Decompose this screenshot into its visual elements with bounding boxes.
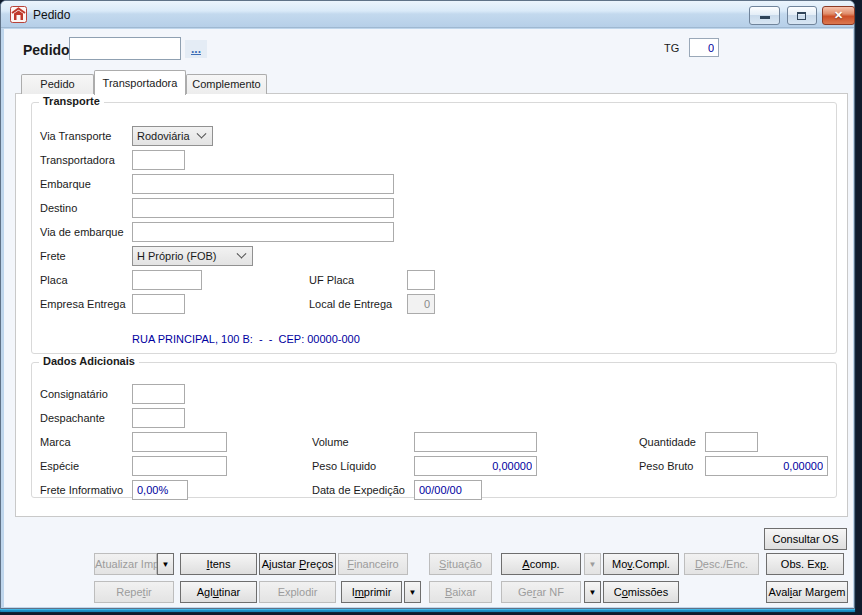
chevron-down-icon	[237, 248, 247, 258]
gerar-nf-button: Gerar NF	[501, 581, 581, 603]
uf-placa-input[interactable]	[407, 270, 435, 290]
especie-input[interactable]	[132, 456, 227, 476]
arrow-down-icon	[409, 586, 417, 598]
delivery-address-text: RUA PRINCIPAL, 100 B: - - CEP: 00000-000	[132, 333, 360, 345]
quantidade-label: Quantidade	[639, 435, 696, 449]
atualizar-imp-dropdown-button[interactable]	[157, 553, 174, 575]
transportadora-input[interactable]	[132, 150, 185, 170]
local-entrega-input	[407, 294, 435, 314]
app-icon	[10, 6, 27, 23]
window-title: Pedido	[33, 8, 70, 22]
titlebar: Pedido	[1, 1, 854, 28]
data-expedicao-label: Data de Expedição	[312, 483, 405, 497]
frete-informativo-input[interactable]	[132, 480, 188, 500]
arrow-down-icon	[589, 586, 597, 598]
despachante-input[interactable]	[132, 408, 185, 428]
arrow-down-icon	[589, 558, 597, 570]
minimize-button[interactable]	[749, 6, 780, 25]
imprimir-button[interactable]: Imprimir	[341, 581, 402, 603]
volume-input[interactable]	[414, 432, 537, 452]
placa-input[interactable]	[132, 270, 202, 290]
pedido-window: Pedido Pedido ... TG Pedido Transportado…	[0, 0, 855, 609]
via-embarque-input[interactable]	[132, 222, 394, 242]
marca-input[interactable]	[132, 432, 227, 452]
marca-label: Marca	[40, 435, 71, 449]
peso-liquido-input[interactable]	[414, 456, 537, 476]
chevron-down-icon	[197, 128, 207, 138]
frete-select[interactable]: H Próprio (FOB)	[132, 246, 253, 266]
acomp-dropdown-button	[584, 553, 601, 575]
embarque-input[interactable]	[132, 174, 394, 194]
maximize-icon	[797, 12, 806, 20]
transporte-legend: Transporte	[39, 95, 104, 107]
tab-complemento[interactable]: Complemento	[186, 74, 267, 94]
pedido-lookup-button[interactable]: ...	[185, 40, 207, 58]
close-button[interactable]	[822, 6, 855, 25]
desc-enc-button: Desc./Enc.	[684, 553, 759, 575]
ajustar-precos-button[interactable]: Ajustar Preços	[259, 553, 336, 575]
consignatario-input[interactable]	[132, 384, 185, 404]
minimize-icon	[760, 16, 770, 19]
via-embarque-label: Via de embarque	[40, 225, 124, 239]
local-entrega-label: Local de Entrega	[309, 297, 392, 311]
peso-bruto-input[interactable]	[705, 456, 828, 476]
acomp-button[interactable]: Acomp.	[501, 553, 581, 575]
situacao-button: Situação	[429, 553, 492, 575]
pedido-field-label: Pedido	[23, 42, 70, 58]
repetir-button: Repetir	[94, 581, 174, 603]
financeiro-button: Financeiro	[338, 553, 408, 575]
frete-informativo-label: Frete Informativo	[40, 483, 123, 497]
data-expedicao-input[interactable]	[414, 480, 482, 500]
aglutinar-button[interactable]: Aglutinar	[180, 581, 257, 603]
frete-label: Frete	[40, 249, 66, 263]
avaliar-margem-button[interactable]: Avaliar Margem	[766, 581, 848, 603]
tab-transportadora[interactable]: Transportadora	[94, 70, 186, 95]
itens-button[interactable]: Itens	[180, 553, 257, 575]
tg-label: TG	[664, 42, 679, 54]
dados-adicionais-legend: Dados Adicionais	[39, 355, 139, 367]
gerar-nf-dropdown-button[interactable]	[584, 581, 601, 603]
arrow-down-icon	[162, 558, 170, 570]
maximize-button[interactable]	[787, 6, 817, 25]
empresa-entrega-input[interactable]	[132, 294, 185, 314]
transportadora-label: Transportadora	[40, 153, 115, 167]
peso-bruto-label: Peso Bruto	[639, 459, 693, 473]
destino-input[interactable]	[132, 198, 394, 218]
despachante-label: Despachante	[40, 411, 105, 425]
consignatario-label: Consignatário	[40, 387, 108, 401]
consultar-os-button[interactable]: Consultar OS	[764, 528, 847, 550]
peso-liquido-label: Peso Líquido	[312, 459, 376, 473]
quantidade-input[interactable]	[705, 432, 758, 452]
imprimir-dropdown-button[interactable]	[404, 581, 421, 603]
explodir-button: Explodir	[259, 581, 336, 603]
especie-label: Espécie	[40, 459, 79, 473]
pedido-number-input[interactable]	[69, 37, 181, 60]
transportadora-tab-panel: Transporte Via Transporte Rodoviária Tra…	[15, 93, 848, 517]
transporte-groupbox: Transporte Via Transporte Rodoviária Tra…	[31, 102, 837, 354]
destino-label: Destino	[40, 201, 77, 215]
uf-placa-label: UF Placa	[309, 273, 354, 287]
empresa-entrega-label: Empresa Entrega	[40, 297, 126, 311]
via-transporte-select[interactable]: Rodoviária	[132, 126, 213, 146]
tab-pedido[interactable]: Pedido	[21, 74, 94, 94]
tg-input[interactable]	[689, 38, 719, 57]
mov-compl-button[interactable]: Mov.Compl.	[603, 553, 679, 575]
baixar-button: Baixar	[429, 581, 492, 603]
comissoes-button[interactable]: Comissões	[603, 581, 679, 603]
via-transporte-label: Via Transporte	[40, 129, 111, 143]
placa-label: Placa	[40, 273, 68, 287]
embarque-label: Embarque	[40, 177, 91, 191]
dados-adicionais-groupbox: Dados Adicionais Consignatário Despachan…	[31, 362, 837, 498]
volume-label: Volume	[312, 435, 349, 449]
atualizar-imp-button: Atualizar Imp	[94, 553, 157, 575]
obs-exp-button[interactable]: Obs. Exp.	[766, 553, 844, 575]
